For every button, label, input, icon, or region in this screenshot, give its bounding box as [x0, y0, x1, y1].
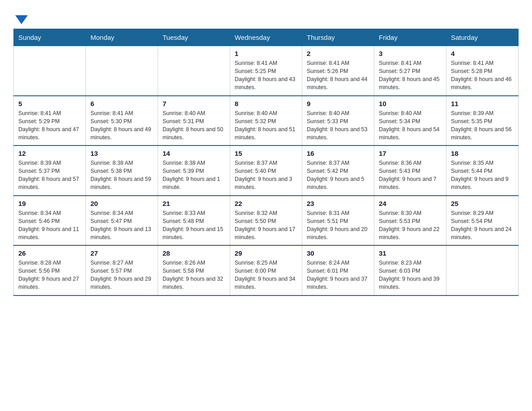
day-info: Sunrise: 8:27 AM Sunset: 5:57 PM Dayligh…	[90, 259, 153, 291]
day-number: 26	[18, 249, 81, 257]
logo-triangle-icon	[15, 15, 28, 24]
day-info: Sunrise: 8:36 AM Sunset: 5:43 PM Dayligh…	[379, 159, 442, 192]
calendar-cell: 1Sunrise: 8:41 AM Sunset: 5:25 PM Daylig…	[230, 46, 302, 96]
day-info: Sunrise: 8:38 AM Sunset: 5:39 PM Dayligh…	[163, 159, 225, 192]
day-info: Sunrise: 8:41 AM Sunset: 5:29 PM Dayligh…	[18, 109, 81, 142]
day-info: Sunrise: 8:41 AM Sunset: 5:25 PM Dayligh…	[235, 59, 297, 92]
day-info: Sunrise: 8:38 AM Sunset: 5:38 PM Dayligh…	[90, 159, 153, 192]
calendar-cell	[446, 245, 519, 295]
day-number: 25	[451, 200, 514, 207]
calendar-cell: 26Sunrise: 8:28 AM Sunset: 5:56 PM Dayli…	[14, 245, 86, 295]
calendar-cell: 4Sunrise: 8:41 AM Sunset: 5:28 PM Daylig…	[446, 46, 519, 96]
day-info: Sunrise: 8:28 AM Sunset: 5:56 PM Dayligh…	[18, 259, 81, 291]
calendar-cell: 22Sunrise: 8:32 AM Sunset: 5:50 PM Dayli…	[230, 196, 302, 246]
day-number: 23	[307, 200, 369, 207]
day-number: 18	[451, 150, 514, 157]
day-number: 2	[307, 50, 369, 57]
calendar-cell: 14Sunrise: 8:38 AM Sunset: 5:39 PM Dayli…	[158, 146, 230, 196]
day-number: 11	[451, 100, 514, 107]
day-number: 24	[379, 200, 442, 207]
day-number: 31	[379, 249, 442, 257]
day-number: 7	[163, 100, 225, 107]
day-number: 10	[379, 100, 442, 107]
calendar-week-row: 26Sunrise: 8:28 AM Sunset: 5:56 PM Dayli…	[14, 245, 519, 295]
day-info: Sunrise: 8:41 AM Sunset: 5:27 PM Dayligh…	[379, 59, 442, 92]
calendar-cell: 25Sunrise: 8:29 AM Sunset: 5:54 PM Dayli…	[446, 196, 519, 246]
calendar-cell: 20Sunrise: 8:34 AM Sunset: 5:47 PM Dayli…	[86, 196, 158, 246]
day-info: Sunrise: 8:30 AM Sunset: 5:53 PM Dayligh…	[379, 209, 442, 242]
day-info: Sunrise: 8:39 AM Sunset: 5:35 PM Dayligh…	[451, 109, 514, 142]
day-number: 27	[90, 249, 153, 257]
day-number: 28	[163, 249, 225, 257]
day-info: Sunrise: 8:23 AM Sunset: 6:03 PM Dayligh…	[379, 259, 442, 291]
calendar-cell: 3Sunrise: 8:41 AM Sunset: 5:27 PM Daylig…	[374, 46, 446, 96]
calendar-header-thursday: Thursday	[302, 29, 374, 46]
day-info: Sunrise: 8:40 AM Sunset: 5:31 PM Dayligh…	[163, 109, 225, 142]
calendar-header-friday: Friday	[374, 29, 446, 46]
day-info: Sunrise: 8:41 AM Sunset: 5:26 PM Dayligh…	[307, 59, 369, 92]
day-number: 6	[90, 100, 153, 107]
calendar-header-saturday: Saturday	[446, 29, 519, 46]
calendar-cell: 17Sunrise: 8:36 AM Sunset: 5:43 PM Dayli…	[374, 146, 446, 196]
calendar-cell: 11Sunrise: 8:39 AM Sunset: 5:35 PM Dayli…	[446, 96, 519, 146]
day-info: Sunrise: 8:41 AM Sunset: 5:28 PM Dayligh…	[451, 59, 514, 92]
calendar-header-monday: Monday	[86, 29, 158, 46]
day-info: Sunrise: 8:31 AM Sunset: 5:51 PM Dayligh…	[307, 209, 369, 242]
calendar-cell: 30Sunrise: 8:24 AM Sunset: 6:01 PM Dayli…	[302, 245, 374, 295]
day-number: 20	[90, 200, 153, 207]
calendar-cell	[14, 46, 86, 96]
calendar-cell: 29Sunrise: 8:25 AM Sunset: 6:00 PM Dayli…	[230, 245, 302, 295]
calendar-cell: 27Sunrise: 8:27 AM Sunset: 5:57 PM Dayli…	[86, 245, 158, 295]
day-number: 1	[235, 50, 297, 57]
day-info: Sunrise: 8:26 AM Sunset: 5:58 PM Dayligh…	[163, 259, 225, 291]
calendar-cell: 5Sunrise: 8:41 AM Sunset: 5:29 PM Daylig…	[14, 96, 86, 146]
day-info: Sunrise: 8:40 AM Sunset: 5:34 PM Dayligh…	[379, 109, 442, 142]
day-number: 3	[379, 50, 442, 57]
calendar-cell: 24Sunrise: 8:30 AM Sunset: 5:53 PM Dayli…	[374, 196, 446, 246]
day-number: 12	[18, 150, 81, 157]
day-info: Sunrise: 8:25 AM Sunset: 6:00 PM Dayligh…	[235, 259, 297, 291]
calendar-cell: 18Sunrise: 8:35 AM Sunset: 5:44 PM Dayli…	[446, 146, 519, 196]
calendar-cell: 28Sunrise: 8:26 AM Sunset: 5:58 PM Dayli…	[158, 245, 230, 295]
day-info: Sunrise: 8:39 AM Sunset: 5:37 PM Dayligh…	[18, 159, 81, 192]
page-header	[13, 9, 519, 24]
day-info: Sunrise: 8:35 AM Sunset: 5:44 PM Dayligh…	[451, 159, 514, 192]
day-info: Sunrise: 8:40 AM Sunset: 5:32 PM Dayligh…	[235, 109, 297, 142]
day-number: 13	[90, 150, 153, 157]
day-number: 22	[235, 200, 297, 207]
day-number: 19	[18, 200, 81, 207]
day-info: Sunrise: 8:37 AM Sunset: 5:40 PM Dayligh…	[235, 159, 297, 192]
calendar-cell	[86, 46, 158, 96]
day-number: 29	[235, 249, 297, 257]
calendar-header-row: SundayMondayTuesdayWednesdayThursdayFrid…	[14, 29, 519, 46]
day-info: Sunrise: 8:32 AM Sunset: 5:50 PM Dayligh…	[235, 209, 297, 242]
logo	[13, 13, 28, 24]
calendar-cell: 16Sunrise: 8:37 AM Sunset: 5:42 PM Dayli…	[302, 146, 374, 196]
day-info: Sunrise: 8:41 AM Sunset: 5:30 PM Dayligh…	[90, 109, 153, 142]
day-number: 8	[235, 100, 297, 107]
calendar-cell: 31Sunrise: 8:23 AM Sunset: 6:03 PM Dayli…	[374, 245, 446, 295]
day-number: 15	[235, 150, 297, 157]
calendar-week-row: 5Sunrise: 8:41 AM Sunset: 5:29 PM Daylig…	[14, 96, 519, 146]
day-number: 14	[163, 150, 225, 157]
day-info: Sunrise: 8:29 AM Sunset: 5:54 PM Dayligh…	[451, 209, 514, 242]
calendar-week-row: 12Sunrise: 8:39 AM Sunset: 5:37 PM Dayli…	[14, 146, 519, 196]
day-info: Sunrise: 8:37 AM Sunset: 5:42 PM Dayligh…	[307, 159, 369, 192]
day-number: 17	[379, 150, 442, 157]
calendar-header-sunday: Sunday	[14, 29, 86, 46]
calendar-cell: 9Sunrise: 8:40 AM Sunset: 5:33 PM Daylig…	[302, 96, 374, 146]
calendar-cell: 21Sunrise: 8:33 AM Sunset: 5:48 PM Dayli…	[158, 196, 230, 246]
day-number: 9	[307, 100, 369, 107]
day-info: Sunrise: 8:34 AM Sunset: 5:46 PM Dayligh…	[18, 209, 81, 242]
calendar-cell: 10Sunrise: 8:40 AM Sunset: 5:34 PM Dayli…	[374, 96, 446, 146]
calendar-cell: 15Sunrise: 8:37 AM Sunset: 5:40 PM Dayli…	[230, 146, 302, 196]
day-number: 5	[18, 100, 81, 107]
calendar-cell: 2Sunrise: 8:41 AM Sunset: 5:26 PM Daylig…	[302, 46, 374, 96]
calendar-header-wednesday: Wednesday	[230, 29, 302, 46]
calendar-cell: 12Sunrise: 8:39 AM Sunset: 5:37 PM Dayli…	[14, 146, 86, 196]
calendar-cell: 8Sunrise: 8:40 AM Sunset: 5:32 PM Daylig…	[230, 96, 302, 146]
calendar-week-row: 1Sunrise: 8:41 AM Sunset: 5:25 PM Daylig…	[14, 46, 519, 96]
calendar-cell: 13Sunrise: 8:38 AM Sunset: 5:38 PM Dayli…	[86, 146, 158, 196]
calendar-header-tuesday: Tuesday	[158, 29, 230, 46]
day-info: Sunrise: 8:33 AM Sunset: 5:48 PM Dayligh…	[163, 209, 225, 242]
